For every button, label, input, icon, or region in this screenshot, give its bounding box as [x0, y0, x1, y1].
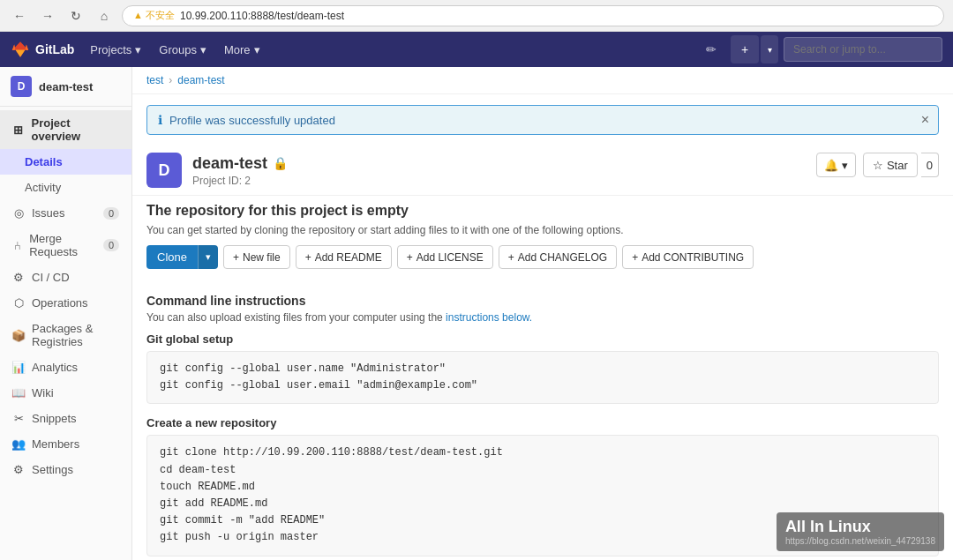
merge-requests-icon: ⑃ — [12, 239, 22, 251]
bell-dropdown-arrow: ▾ — [842, 159, 848, 172]
sidebar-project-name: deam-test — [39, 80, 93, 93]
project-name: deam-test — [192, 154, 267, 173]
gitlab-brand-label: GitLab — [35, 42, 74, 56]
add-contributing-button[interactable]: + Add CONTRIBUTING — [622, 245, 754, 269]
project-avatar: D — [146, 153, 182, 188]
forward-button[interactable]: → — [37, 5, 58, 26]
sidebar-item-operations[interactable]: ⬡ Operations — [0, 290, 131, 316]
sidebar-item-issues[interactable]: ◎ Issues 0 — [0, 200, 131, 226]
empty-repo-section: The repository for this project is empty… — [132, 195, 953, 294]
wiki-icon: 📖 — [12, 387, 25, 399]
breadcrumb-test[interactable]: test — [146, 74, 163, 86]
address-bar[interactable]: ▲ 不安全 10.99.200.110:8888/test/deam-test — [122, 5, 944, 26]
sidebar-project-header: D deam-test — [0, 67, 131, 107]
new-repo-title: Create a new repository — [146, 416, 939, 429]
header-more-menu[interactable]: More ▾ — [215, 32, 269, 67]
sidebar-label-wiki: Wiki — [32, 386, 54, 399]
project-header-left: D deam-test 🔒 Project ID: 2 — [146, 153, 288, 188]
header-right: ✏ + ▾ — [697, 35, 942, 63]
projects-label: Projects — [90, 43, 131, 56]
new-item-dropdown[interactable]: ▾ — [761, 35, 778, 63]
home-button[interactable]: ⌂ — [94, 5, 115, 26]
gitlab-logo-icon — [11, 40, 30, 59]
info-icon: ℹ — [158, 113, 162, 127]
add-license-button[interactable]: + Add LICENSE — [397, 245, 493, 269]
more-label: More — [224, 43, 251, 56]
bell-icon: 🔔 — [824, 159, 838, 172]
success-banner: ℹ Profile was successfully updated × — [146, 105, 939, 135]
clone-dropdown-button[interactable]: ▾ — [198, 245, 218, 269]
search-input[interactable] — [784, 37, 942, 62]
sidebar-label-snippets: Snippets — [32, 412, 77, 425]
more-chevron: ▾ — [254, 43, 260, 56]
members-icon: 👥 — [12, 438, 25, 451]
sidebar: D deam-test ⊞ Project overview Details A… — [0, 67, 132, 560]
sidebar-item-activity[interactable]: Activity — [0, 175, 131, 200]
new-repo-code: git clone http://10.99.200.110:8888/test… — [146, 435, 939, 556]
new-file-label: New file — [243, 251, 281, 264]
clone-button-group: Clone ▾ — [146, 245, 218, 269]
back-button[interactable]: ← — [9, 5, 30, 26]
cli-desc-link[interactable]: instructions below. — [446, 311, 532, 324]
notification-bell-button[interactable]: 🔔 ▾ — [816, 153, 856, 177]
edit-button[interactable]: ✏ — [697, 35, 725, 63]
breadcrumb: test › deam-test — [132, 67, 953, 94]
clone-label: Clone — [157, 250, 187, 264]
star-count: 0 — [921, 153, 939, 177]
sidebar-item-packages[interactable]: 📦 Packages & Registries — [0, 316, 131, 355]
git-global-setup-code: git config --global user.name "Administr… — [146, 351, 939, 404]
sidebar-item-project-overview[interactable]: ⊞ Project overview — [0, 110, 131, 149]
empty-repo-title: The repository for this project is empty — [146, 203, 939, 219]
sidebar-item-ci-cd[interactable]: ⚙ CI / CD — [0, 265, 131, 290]
star-button[interactable]: ☆ Star — [863, 153, 918, 177]
analytics-icon: 📊 — [12, 362, 25, 374]
groups-label: Groups — [159, 43, 197, 56]
add-changelog-icon: + — [508, 251, 514, 264]
header-groups-menu[interactable]: Groups ▾ — [150, 32, 215, 67]
new-item-button[interactable]: + — [731, 35, 759, 63]
action-buttons: Clone ▾ + New file + Add README + Add LI… — [146, 245, 939, 269]
sidebar-label-settings: Settings — [32, 463, 73, 476]
project-title: deam-test 🔒 — [192, 154, 288, 173]
operations-icon: ⬡ — [12, 297, 25, 310]
sidebar-item-analytics[interactable]: 📊 Analytics — [0, 355, 131, 380]
issues-icon: ◎ — [12, 207, 25, 220]
empty-repo-desc: You can get started by cloning the repos… — [146, 224, 939, 236]
cli-title: Command line instructions — [146, 294, 939, 308]
projects-chevron: ▾ — [135, 43, 141, 56]
url-text: 10.99.200.110:8888/test/deam-test — [180, 10, 344, 22]
sidebar-item-wiki[interactable]: 📖 Wiki — [0, 380, 131, 406]
add-readme-icon: + — [305, 251, 311, 264]
ci-cd-icon: ⚙ — [12, 272, 25, 284]
sidebar-item-settings[interactable]: ⚙ Settings — [0, 457, 131, 482]
clone-button[interactable]: Clone — [146, 245, 198, 269]
sidebar-label-ci-cd: CI / CD — [32, 271, 70, 284]
sidebar-item-members[interactable]: 👥 Members — [0, 431, 131, 457]
add-changelog-button[interactable]: + Add CHANGELOG — [499, 245, 617, 269]
main-layout: D deam-test ⊞ Project overview Details A… — [0, 67, 953, 560]
gitlab-header: GitLab Projects ▾ Groups ▾ More ▾ ✏ + ▾ — [0, 32, 953, 67]
add-readme-button[interactable]: + Add README — [296, 245, 392, 269]
cli-section: Command line instructions You can also u… — [132, 294, 953, 560]
add-contributing-icon: + — [632, 251, 638, 264]
refresh-button[interactable]: ↻ — [65, 5, 86, 26]
sidebar-label-merge-requests: Merge Requests — [29, 232, 96, 258]
star-label: Star — [887, 159, 908, 172]
snippets-icon: ✂ — [12, 413, 25, 425]
gitlab-logo[interactable]: GitLab — [11, 40, 74, 59]
add-license-icon: + — [407, 251, 413, 264]
git-global-setup-title: Git global setup — [146, 332, 939, 346]
header-projects-menu[interactable]: Projects ▾ — [81, 32, 150, 67]
breadcrumb-deam-test[interactable]: deam-test — [177, 74, 224, 86]
project-title-block: deam-test 🔒 Project ID: 2 — [192, 154, 288, 187]
add-contributing-label: Add CONTRIBUTING — [642, 251, 744, 264]
sidebar-item-details[interactable]: Details — [0, 149, 131, 175]
sidebar-item-merge-requests[interactable]: ⑃ Merge Requests 0 — [0, 226, 131, 265]
success-banner-close[interactable]: × — [921, 112, 929, 128]
new-file-button[interactable]: + New file — [223, 245, 290, 269]
success-message: Profile was successfully updated — [169, 114, 335, 127]
content-area: test › deam-test ℹ Profile was successfu… — [132, 67, 953, 560]
sidebar-item-snippets[interactable]: ✂ Snippets — [0, 406, 131, 431]
project-id: Project ID: 2 — [192, 175, 288, 187]
cli-desc-text: You can also upload existing files from … — [146, 311, 443, 324]
